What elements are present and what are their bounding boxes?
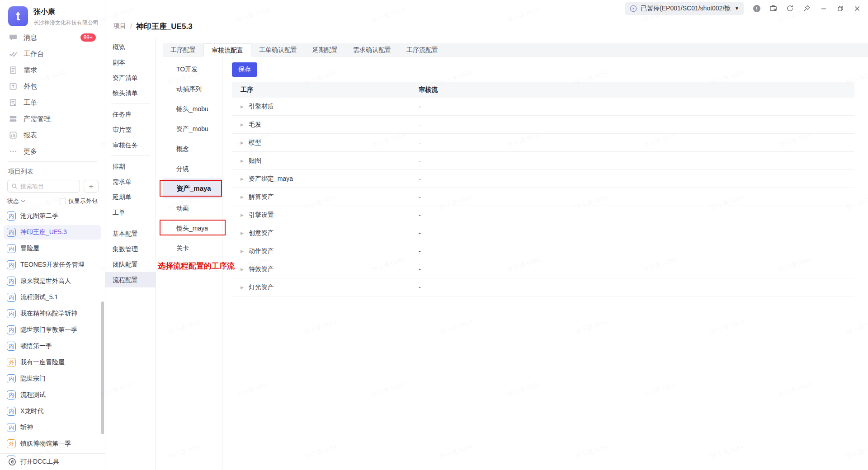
wf-item-asset-mobu[interactable]: 资产_mobu — [163, 119, 222, 139]
status-filter-dropdown[interactable]: 状态 — [7, 197, 25, 205]
refresh-button[interactable] — [782, 2, 798, 15]
menu-item-supply-demand[interactable]: 产需管理 — [0, 111, 105, 127]
wf-item-storyboard[interactable]: 分镜 — [163, 159, 222, 179]
table-row[interactable]: ▶贴图- — [232, 152, 854, 170]
nav-item-shot-list[interactable]: 镜头清单 — [105, 85, 156, 101]
internal-badge: 内 — [7, 325, 16, 334]
checkbox-icon[interactable] — [60, 198, 66, 204]
nav-item-review-room[interactable]: 审片室 — [105, 122, 156, 137]
project-item[interactable]: 内斩神 — [4, 420, 101, 435]
table-row[interactable]: ▶动作资产- — [232, 242, 854, 260]
menu-item-reports[interactable]: 报表 — [0, 127, 105, 143]
outsource-only-checkbox[interactable]: 仅显示外包 — [60, 197, 98, 205]
wf-item-mocap-sequence[interactable]: 动捕序列 — [163, 79, 222, 99]
project-search-input[interactable] — [20, 183, 76, 190]
nav-item-schedule[interactable]: 排期 — [105, 159, 156, 174]
nav-item-work-orders[interactable]: 工单 — [105, 205, 156, 220]
table-row[interactable]: ▶灯光资产- — [232, 278, 854, 296]
project-item[interactable]: 内流程测试 — [4, 388, 101, 402]
expand-chevron-icon[interactable]: ▶ — [241, 231, 244, 235]
expand-chevron-icon[interactable]: ▶ — [241, 141, 244, 145]
menu-item-work-orders[interactable]: 工单 — [0, 94, 105, 111]
nav-item-delay-orders[interactable]: 延期单 — [105, 189, 156, 205]
sidebar-divider — [8, 161, 97, 162]
sidebar-scrollbar[interactable] — [101, 301, 104, 434]
project-item[interactable]: 内沧元图第二季 — [4, 209, 101, 223]
nav-item-asset-list[interactable]: 资产清单 — [105, 70, 156, 85]
expand-chevron-icon[interactable]: ▶ — [241, 104, 244, 109]
expand-chevron-icon[interactable]: ▶ — [241, 267, 244, 272]
nav-item-episode-management[interactable]: 集数管理 — [105, 241, 156, 257]
nav-item-review-tasks[interactable]: 审核任务 — [105, 137, 156, 153]
close-icon — [854, 5, 860, 12]
expand-chevron-icon[interactable]: ▶ — [241, 213, 244, 217]
menu-item-messages[interactable]: 消息 99+ — [0, 29, 105, 46]
project-item[interactable]: 内冒险屋 — [4, 241, 101, 256]
add-project-button[interactable]: + — [84, 180, 99, 193]
expand-chevron-icon[interactable]: ▶ — [241, 195, 244, 199]
menu-item-workbench[interactable]: 工作台 — [0, 46, 105, 62]
tab-requirement-confirm-config[interactable]: 需求确认配置 — [345, 43, 399, 56]
nav-item-team-config[interactable]: 团队配置 — [105, 257, 156, 272]
wf-item-shot-maya[interactable]: 镜头_maya — [163, 218, 222, 238]
breadcrumb-root[interactable]: 项目 — [113, 22, 126, 30]
tab-workorder-confirm-config[interactable]: 工单确认配置 — [251, 43, 305, 56]
task-status-dropdown[interactable]: 已暂停(EP001/SC01/shot002/镜... ▼ — [625, 2, 744, 15]
task-tray-button[interactable] — [765, 2, 782, 15]
tab-process-flow-config[interactable]: 工序流配置 — [399, 43, 446, 56]
table-row[interactable]: ▶引擎设置- — [232, 206, 854, 224]
project-item[interactable]: 内流程测试_5.1 — [4, 290, 101, 305]
project-item[interactable]: 外镇妖博物馆第一季 — [4, 437, 101, 451]
nav-item-process-config[interactable]: 流程配置 — [105, 272, 156, 287]
wf-item-animation[interactable]: 动画 — [163, 198, 222, 218]
tab-review-flow-config[interactable]: 审核流配置 — [203, 43, 251, 56]
expand-chevron-icon[interactable]: ▶ — [241, 285, 244, 290]
project-item[interactable]: 外我有一座冒险屋 — [4, 355, 101, 370]
close-button[interactable] — [849, 2, 865, 15]
menu-item-label: 更多 — [24, 147, 37, 156]
wf-item-shot-mobu[interactable]: 镜头_mobu — [163, 99, 222, 119]
menu-item-requirements[interactable]: 需求 — [0, 62, 105, 78]
expand-chevron-icon[interactable]: ▶ — [241, 177, 244, 181]
wf-item-level[interactable]: 关卡 — [163, 238, 222, 258]
user-name: 张小康 — [33, 7, 99, 17]
table-row[interactable]: ▶特效资产- — [232, 260, 854, 278]
wf-item-to-dev[interactable]: TO开发 — [163, 59, 222, 79]
table-row[interactable]: ▶毛发- — [232, 116, 854, 134]
project-item[interactable]: 内我在精神病院学斩神 — [4, 306, 101, 321]
tab-process-config[interactable]: 工序配置 — [163, 43, 203, 56]
search-icon — [11, 183, 18, 189]
expand-chevron-icon[interactable]: ▶ — [241, 159, 244, 163]
nav-item-script[interactable]: 剧本 — [105, 55, 156, 70]
nav-item-requirement-orders[interactable]: 需求单 — [105, 174, 156, 189]
project-search-box[interactable] — [7, 180, 80, 193]
notification-button[interactable]: ! — [748, 2, 765, 15]
minimize-button[interactable] — [815, 2, 832, 15]
nav-item-basic-config[interactable]: 基本配置 — [105, 226, 156, 241]
project-item[interactable]: 内TEONES开发任务管理 — [4, 258, 101, 272]
tab-delay-config[interactable]: 延期配置 — [305, 43, 345, 56]
menu-item-outsourcing[interactable]: 外包 — [0, 78, 105, 94]
table-row[interactable]: ▶资产绑定_maya- — [232, 170, 854, 188]
pin-button[interactable] — [798, 2, 815, 15]
wf-item-concept[interactable]: 概念 — [163, 139, 222, 159]
wf-item-asset-maya[interactable]: 资产_maya — [163, 179, 222, 198]
project-item[interactable]: 内顿悟第一季 — [4, 339, 101, 353]
table-row[interactable]: ▶模型- — [232, 134, 854, 152]
project-item[interactable]: 内X龙时代 — [4, 404, 101, 418]
table-row[interactable]: ▶引擎材质- — [232, 98, 854, 116]
menu-item-more[interactable]: 更多 — [0, 143, 105, 160]
open-dcc-button[interactable]: 打开DCC工具 — [0, 453, 105, 470]
table-row[interactable]: ▶解算资产- — [232, 188, 854, 206]
project-item-selected[interactable]: 内神印王座_UE5.3 — [4, 225, 101, 240]
nav-item-overview[interactable]: 概览 — [105, 39, 156, 55]
expand-chevron-icon[interactable]: ▶ — [241, 122, 244, 127]
expand-chevron-icon[interactable]: ▶ — [241, 249, 244, 254]
project-item[interactable]: 内隐世宗门 — [4, 371, 101, 386]
project-item[interactable]: 内原来我是世外高人 — [4, 274, 101, 288]
restore-button[interactable] — [832, 2, 849, 15]
save-button[interactable]: 保存 — [232, 62, 257, 77]
nav-item-task-library[interactable]: 任务库 — [105, 107, 156, 122]
table-row[interactable]: ▶创意资产- — [232, 224, 854, 242]
project-item[interactable]: 内隐世宗门掌教第一季 — [4, 323, 101, 337]
